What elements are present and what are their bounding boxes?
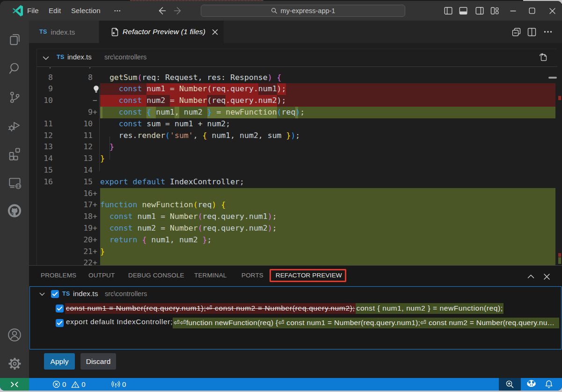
- indent-guide: [99, 86, 100, 171]
- original-line-number: [37, 199, 53, 211]
- diff-sign: +: [93, 257, 100, 266]
- close-icon[interactable]: [545, 1, 559, 21]
- bottom-panel: PROBLEMS OUTPUT DEBUG CONSOLE TERMINAL P…: [29, 265, 562, 349]
- panel-tab-problems[interactable]: PROBLEMS: [41, 266, 76, 285]
- diff-sign: +: [93, 199, 100, 211]
- overview-ruler-mark: [558, 253, 561, 257]
- chevron-down-icon[interactable]: [39, 291, 45, 298]
- maximize-icon[interactable]: [525, 1, 539, 21]
- code-text: const num1 = Number(req.query.num1);: [100, 211, 277, 223]
- toggle-panel-icon[interactable]: [459, 7, 467, 15]
- screenshot: File Edit Selection ⋯ my-express-app-1: [0, 0, 562, 392]
- copilot-icon: [526, 379, 537, 389]
- code-line-13: 1413}: [37, 153, 557, 165]
- refactor-preview-list: TS index.ts src\controllers const num1 =…: [29, 286, 562, 349]
- modified-line-number: 8: [56, 72, 93, 84]
- refactor-change-row[interactable]: const num1 = Number(req.query.num1);⏎ co…: [30, 303, 561, 314]
- remote-explorer-icon[interactable]: [7, 175, 22, 190]
- refactor-change-row[interactable]: export default IndexController;⏎⏎functio…: [30, 318, 561, 328]
- panel-tab-ports[interactable]: PORTS: [241, 266, 263, 285]
- typescript-icon: TS: [62, 290, 70, 297]
- refactor-preview-icon: [110, 28, 118, 36]
- goto-file-icon[interactable]: [537, 51, 550, 64]
- settings-gear-icon[interactable]: [7, 356, 22, 371]
- menu-selection[interactable]: Selection: [71, 1, 101, 21]
- code-line-7: 77: [37, 67, 557, 72]
- remote-icon: [10, 381, 19, 388]
- run-and-debug-icon[interactable]: [7, 118, 22, 133]
- panel-tab-output[interactable]: OUTPUT: [88, 266, 115, 285]
- modified-line-number: 12: [56, 141, 93, 153]
- menu-more[interactable]: ⋯: [114, 1, 122, 21]
- original-line-number: 15: [37, 165, 53, 176]
- panel-tab-debug-console[interactable]: DEBUG CONSOLE: [128, 266, 184, 285]
- diff-sign: +: [93, 223, 100, 234]
- vscode-logo-icon: [12, 5, 23, 16]
- minimize-icon[interactable]: [506, 1, 520, 21]
- discard-button[interactable]: Discard: [80, 353, 116, 370]
- menu-file[interactable]: File: [27, 1, 39, 21]
- diff-file-name: index.ts: [67, 53, 92, 61]
- code-text: }: [100, 246, 105, 258]
- source-control-icon[interactable]: [7, 90, 22, 105]
- diff-code[interactable]: 7788 getSum(req: Request, res: Response)…: [37, 67, 557, 266]
- tab-index-ts[interactable]: TS index.ts: [29, 21, 99, 43]
- toggle-sidebar-icon[interactable]: [444, 7, 453, 15]
- diff-file-header[interactable]: TS index.ts src\controllers: [37, 49, 557, 67]
- warning-count: 0: [81, 380, 85, 388]
- more-actions-icon[interactable]: [541, 25, 555, 38]
- open-changes-icon[interactable]: [510, 25, 523, 38]
- split-editor-icon[interactable]: [525, 25, 538, 38]
- checkbox-checked-icon[interactable]: [56, 305, 64, 312]
- ports-status[interactable]: 0: [111, 378, 126, 391]
- modified-line-number: 18: [56, 211, 93, 223]
- code-line-18-added: 18+ const num1 = Number(req.query.num1);: [37, 211, 557, 223]
- code-line-12: 1312 }: [37, 141, 557, 153]
- zoom-status[interactable]: [499, 378, 521, 391]
- editor-area: TS index.ts src\controllers 7788 getSum(…: [29, 43, 562, 265]
- forward-arrow-icon[interactable]: [173, 1, 183, 21]
- panel-collapse-icon[interactable]: [526, 272, 535, 281]
- problems-status[interactable]: 0 0: [52, 378, 86, 391]
- github-icon[interactable]: [7, 203, 22, 218]
- scrollbar-thumb[interactable]: [548, 77, 557, 79]
- panel-close-icon[interactable]: [542, 272, 551, 281]
- error-count: 0: [62, 380, 66, 388]
- chevron-down-icon[interactable]: [42, 54, 50, 62]
- indent-guide: [109, 137, 110, 160]
- command-center-search[interactable]: my-express-app-1: [201, 5, 405, 17]
- customize-layout-icon[interactable]: [490, 7, 499, 15]
- tab-label: Refactor Preview (1 files): [123, 28, 205, 36]
- notifications-bell[interactable]: [542, 378, 556, 391]
- panel-tab-terminal[interactable]: TERMINAL: [194, 266, 226, 285]
- tab-close-icon[interactable]: [212, 29, 219, 36]
- tab-refactor-preview[interactable]: Refactor Preview (1 files): [99, 21, 224, 43]
- code-text: const sum = num1 + num2;: [100, 118, 230, 130]
- back-arrow-icon[interactable]: [156, 1, 167, 21]
- toggle-secondary-sidebar-icon[interactable]: [475, 7, 484, 15]
- overview-ruler-deleted-mark: [558, 96, 561, 100]
- diff-sign: +: [93, 246, 100, 258]
- original-line-number: 10: [37, 95, 53, 107]
- code-line-10: 1110 const sum = num1 + num2;: [37, 118, 557, 130]
- menu-edit[interactable]: Edit: [49, 1, 61, 21]
- diff-sign: [93, 67, 100, 72]
- extensions-icon[interactable]: [7, 146, 22, 161]
- code-text: return { num1, num2 };: [100, 234, 212, 246]
- tree-item-file[interactable]: TS index.ts src\controllers: [30, 289, 561, 299]
- checkbox-checked-icon[interactable]: [56, 319, 64, 327]
- code-line-19-added: 19+ const num2 = Number(req.query.num2);: [37, 223, 557, 234]
- vscode-window: File Edit Selection ⋯ my-express-app-1: [0, 1, 562, 391]
- copilot-status[interactable]: [524, 378, 538, 391]
- original-line-number: 16: [37, 176, 53, 188]
- search-icon[interactable]: [7, 61, 22, 76]
- original-line-number: [37, 234, 53, 246]
- code-line-20-added: 20+ return { num1, num2 };: [37, 234, 557, 246]
- apply-button[interactable]: Apply: [44, 353, 75, 370]
- code-line-14: 1514: [37, 165, 557, 176]
- remote-indicator[interactable]: [0, 378, 29, 391]
- checkbox-checked-icon[interactable]: [51, 290, 59, 298]
- code-line-9-deleted: 9 const num1 = Number(req.query.num1);: [37, 83, 557, 95]
- explorer-icon[interactable]: [7, 32, 22, 47]
- accounts-icon[interactable]: [7, 327, 22, 342]
